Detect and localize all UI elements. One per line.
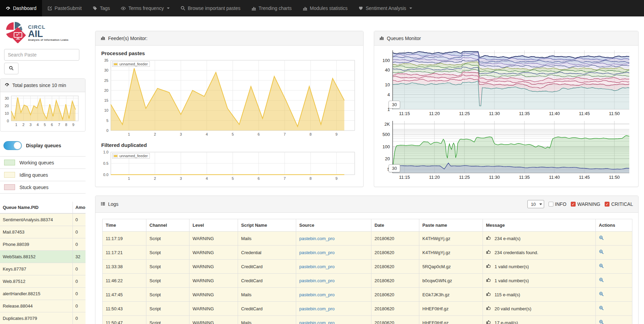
nav-item-trending-charts[interactable]: Trending charts <box>246 0 297 16</box>
nav-item-modules-statistics[interactable]: Modules statistics <box>297 0 353 16</box>
heart-icon <box>358 6 363 11</box>
logo-text: CIRCL AIL Analysis of Information Leaks <box>28 24 68 41</box>
svg-text:11:40: 11:40 <box>549 175 560 180</box>
chart-legend: unnamed_feeder <box>112 153 150 159</box>
processed-pastes-title: Processed pastes <box>101 50 358 56</box>
source-link[interactable]: pastebin.com_pro <box>299 250 334 255</box>
zoom-in-icon[interactable] <box>599 291 604 298</box>
svg-text:9: 9 <box>336 132 338 136</box>
legend-label: Idling queues <box>19 172 48 178</box>
logs-header: Logs 10 INFO✓WARNING✓CRITICAL <box>95 196 638 213</box>
log-script: Mails <box>238 288 296 302</box>
svg-text:7: 7 <box>284 132 286 136</box>
total-pastes-panel-header: Total pastes since 10 min <box>0 79 85 92</box>
queues-in-window-input[interactable]: 30 <box>389 101 400 109</box>
log-actions <box>596 232 632 246</box>
filter-warning-checkbox[interactable]: ✓WARNING <box>571 201 600 207</box>
zoom-in-icon[interactable] <box>599 306 604 312</box>
svg-text:11:20: 11:20 <box>429 111 440 116</box>
source-link[interactable]: pastebin.com_pro <box>299 306 334 311</box>
queue-row: alertHandler.882150 <box>0 288 86 300</box>
nav-item-tags[interactable]: Tags <box>87 0 116 16</box>
log-level: WARNING <box>189 288 238 302</box>
svg-text:7: 7 <box>284 176 286 180</box>
svg-text:40: 40 <box>385 67 390 73</box>
queues-in-chart: 11:1511:2011:2511:3011:3511:4011:4511:50… <box>378 48 632 117</box>
filter-critical-checkbox[interactable]: ✓CRITICAL <box>605 201 633 207</box>
source-link[interactable]: pastebin.com_pro <box>299 292 334 297</box>
nav-item-dashboard[interactable]: Dashboard <box>0 0 42 16</box>
zoom-in-icon[interactable] <box>599 320 604 324</box>
log-paste-name: HHEF0tHf.gz <box>419 302 483 316</box>
queue-col-amount: Amount <box>73 202 86 213</box>
log-time: 11:47:45 <box>103 288 146 302</box>
search-button[interactable] <box>4 63 18 74</box>
log-source: pastebin.com_pro <box>296 316 371 324</box>
chevron-down-icon <box>539 203 542 205</box>
filter-label: WARNING <box>577 201 600 207</box>
feeder-monitor-title: Feeder(s) Monitor: <box>108 36 147 41</box>
log-row: 11:33:38ScriptWARNINGCreditCardpastebin.… <box>103 260 632 274</box>
display-queues-toggle[interactable] <box>3 141 22 150</box>
source-link[interactable]: pastebin.com_pro <box>299 236 334 241</box>
log-source: pastebin.com_pro <box>296 260 371 274</box>
queue-name: alertHandler.88215 <box>0 288 73 300</box>
logs-col-script-name: Script Name <box>238 219 296 232</box>
main-content: Feeder(s) Monitor: Processed pastes 0510… <box>95 31 639 324</box>
checkbox-icon: ✓ <box>571 202 576 207</box>
search-paste-input[interactable] <box>4 49 79 61</box>
bar-chart-icon <box>101 35 105 41</box>
log-actions <box>596 260 632 274</box>
log-message: 234 e-mail(s) <box>483 232 596 246</box>
log-actions <box>596 274 632 288</box>
svg-text:2: 2 <box>154 132 156 136</box>
zoom-in-icon[interactable] <box>599 235 604 241</box>
svg-text:6: 6 <box>51 123 53 127</box>
svg-text:20: 20 <box>385 156 390 161</box>
svg-text:9: 9 <box>336 176 338 180</box>
circl-ail-logo: CIRCL AIL Analysis of Information Leaks <box>3 21 83 44</box>
zoom-in-icon[interactable] <box>599 263 604 270</box>
queue-name: Duplicates.87079 <box>0 312 73 324</box>
queues-monitor-panel: Queues Monitor 11:1511:2011:2511:3011:35… <box>374 31 639 187</box>
filter-info-checkbox[interactable]: INFO <box>549 201 566 207</box>
nav-item-label: Sentiment Analysis <box>366 5 406 11</box>
svg-text:11:25: 11:25 <box>459 111 470 116</box>
log-message-text: 20 valid number(s) <box>495 306 531 311</box>
queue-amount: 0 <box>73 238 86 251</box>
logs-page-size-select[interactable]: 10 <box>527 200 544 208</box>
nav-item-label: Trending charts <box>259 5 292 11</box>
nav-item-terms-frequency[interactable]: Terms frequency <box>115 0 175 16</box>
svg-text:5: 5 <box>232 132 234 136</box>
queue-name: Web.87512 <box>0 275 73 288</box>
svg-text:3: 3 <box>180 176 182 180</box>
nav-item-label: Tags <box>100 5 110 11</box>
svg-text:11:15: 11:15 <box>399 175 410 180</box>
nav-item-sentiment-analysis[interactable]: Sentiment Analysis <box>353 0 417 16</box>
zoom-in-icon[interactable] <box>599 249 604 256</box>
chart-legend: unnamed_feeder <box>112 61 150 67</box>
log-source: pastebin.com_pro <box>296 246 371 260</box>
log-channel: Script <box>146 246 189 260</box>
svg-text:2K: 2K <box>384 122 390 127</box>
log-date: 20180620 <box>371 246 419 260</box>
zoom-in-icon[interactable] <box>599 277 604 284</box>
log-paste-name: K4THWgYj.gz <box>419 232 483 246</box>
legend-idling-queues: Idling queues <box>0 169 86 181</box>
nav-item-browse-important-pastes[interactable]: Browse important pastes <box>175 0 246 16</box>
logs-page-size-value: 10 <box>531 202 536 207</box>
queues-out-window-input[interactable]: 30 <box>389 164 400 172</box>
source-link[interactable]: pastebin.com_pro <box>299 278 334 283</box>
log-message: 1 valid number(s) <box>483 260 596 274</box>
svg-text:11:15: 11:15 <box>399 111 410 116</box>
source-link[interactable]: pastebin.com_pro <box>299 320 334 324</box>
svg-text:20: 20 <box>5 104 9 108</box>
svg-text:0.5: 0.5 <box>103 161 108 165</box>
source-link[interactable]: pastebin.com_pro <box>299 264 334 269</box>
log-date: 20180620 <box>371 232 419 246</box>
toggle-knob <box>14 142 21 149</box>
sidebar: CIRCL AIL Analysis of Information Leaks … <box>0 16 86 324</box>
log-message: 17 e-mail(s) <box>483 316 596 324</box>
nav-item-paste-submit[interactable]: PasteSubmit <box>42 0 87 16</box>
queue-name: Keys.87787 <box>0 263 73 275</box>
